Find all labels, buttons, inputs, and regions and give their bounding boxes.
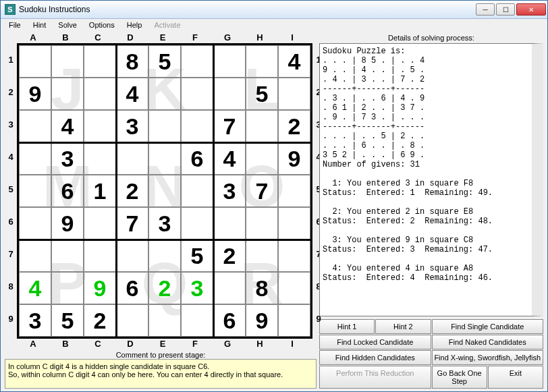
sudoku-cell[interactable] bbox=[213, 272, 246, 304]
sudoku-cell[interactable]: 3 bbox=[51, 142, 84, 175]
sudoku-cell[interactable]: 2 bbox=[148, 272, 181, 304]
sudoku-cell[interactable]: 8 bbox=[116, 45, 148, 78]
sudoku-cell[interactable] bbox=[148, 304, 181, 337]
find-single-button[interactable]: Find Single Candidate bbox=[432, 319, 544, 334]
hint2-button[interactable]: Hint 2 bbox=[375, 319, 431, 334]
sudoku-cell[interactable] bbox=[213, 78, 246, 110]
menu-activate[interactable]: Activate bbox=[148, 20, 186, 30]
titlebar[interactable]: S Sudoku Instructions ─ ☐ ✕ bbox=[1, 1, 547, 19]
sudoku-cell[interactable] bbox=[213, 45, 246, 78]
menu-options[interactable]: Options bbox=[84, 20, 120, 30]
sudoku-cell[interactable] bbox=[148, 240, 181, 272]
sudoku-cell[interactable]: 9 bbox=[84, 272, 116, 304]
sudoku-cell[interactable] bbox=[19, 142, 51, 175]
solving-log[interactable]: Sudoku Puzzle is: . . . | 8 5 . | . . 4 … bbox=[319, 43, 543, 316]
sudoku-cell[interactable]: 7 bbox=[116, 207, 148, 240]
sudoku-cell[interactable] bbox=[181, 110, 213, 142]
sudoku-cell[interactable] bbox=[51, 78, 84, 110]
sudoku-cell[interactable]: 5 bbox=[51, 304, 84, 337]
sudoku-cell[interactable] bbox=[84, 240, 116, 272]
sudoku-cell[interactable] bbox=[116, 304, 148, 337]
sudoku-cell[interactable]: 3 bbox=[19, 304, 51, 337]
sudoku-cell[interactable]: 4 bbox=[278, 45, 310, 78]
sudoku-cell[interactable]: 9 bbox=[246, 304, 278, 337]
menu-hint[interactable]: Hint bbox=[28, 20, 52, 30]
sudoku-cell[interactable]: 6 bbox=[116, 272, 148, 304]
sudoku-cell[interactable]: 6 bbox=[181, 142, 213, 175]
sudoku-cell[interactable] bbox=[246, 110, 278, 142]
sudoku-cell[interactable] bbox=[116, 142, 148, 175]
sudoku-cell[interactable]: 3 bbox=[116, 110, 148, 142]
sudoku-cell[interactable] bbox=[278, 78, 310, 110]
sudoku-cell[interactable] bbox=[278, 175, 310, 207]
perform-reduction-button[interactable]: Perform This Reduction bbox=[319, 366, 431, 389]
sudoku-cell[interactable]: 3 bbox=[213, 175, 246, 207]
sudoku-cell[interactable]: 2 bbox=[84, 304, 116, 337]
sudoku-cell[interactable] bbox=[148, 78, 181, 110]
sudoku-cell[interactable] bbox=[116, 240, 148, 272]
sudoku-cell[interactable]: 9 bbox=[19, 78, 51, 110]
sudoku-cell[interactable] bbox=[213, 207, 246, 240]
find-naked-button[interactable]: Find Naked Candidates bbox=[432, 335, 544, 349]
hint1-button[interactable]: Hint 1 bbox=[319, 319, 375, 334]
sudoku-cell[interactable]: 9 bbox=[278, 142, 310, 175]
find-hidden-button[interactable]: Find Hidden Candidates bbox=[319, 350, 431, 365]
sudoku-cell[interactable]: 9 bbox=[51, 207, 84, 240]
sudoku-cell[interactable] bbox=[19, 207, 51, 240]
sudoku-cell[interactable] bbox=[84, 207, 116, 240]
find-xwing-button[interactable]: Find X-wing, Swordfish, Jellyfish bbox=[432, 350, 544, 365]
sudoku-cell[interactable] bbox=[84, 45, 116, 78]
sudoku-cell[interactable]: 6 bbox=[51, 175, 84, 207]
menu-file[interactable]: File bbox=[3, 20, 26, 30]
sudoku-cell[interactable]: 2 bbox=[278, 110, 310, 142]
sudoku-cell[interactable]: 8 bbox=[246, 272, 278, 304]
sudoku-cell[interactable] bbox=[148, 142, 181, 175]
find-locked-button[interactable]: Find Locked Candidate bbox=[319, 335, 431, 349]
sudoku-cell[interactable] bbox=[278, 272, 310, 304]
sudoku-cell[interactable] bbox=[148, 175, 181, 207]
sudoku-cell[interactable]: 7 bbox=[213, 110, 246, 142]
menu-help[interactable]: Help bbox=[121, 20, 148, 30]
sudoku-cell[interactable] bbox=[19, 45, 51, 78]
sudoku-cell[interactable]: 5 bbox=[181, 240, 213, 272]
sudoku-cell[interactable] bbox=[19, 110, 51, 142]
sudoku-cell[interactable] bbox=[148, 110, 181, 142]
sudoku-cell[interactable]: 5 bbox=[148, 45, 181, 78]
sudoku-cell[interactable]: 4 bbox=[51, 110, 84, 142]
sudoku-cell[interactable] bbox=[84, 110, 116, 142]
sudoku-cell[interactable] bbox=[181, 175, 213, 207]
sudoku-cell[interactable] bbox=[278, 240, 310, 272]
sudoku-cell[interactable] bbox=[19, 175, 51, 207]
sudoku-cell[interactable] bbox=[84, 142, 116, 175]
sudoku-cell[interactable] bbox=[51, 240, 84, 272]
sudoku-cell[interactable]: 3 bbox=[148, 207, 181, 240]
sudoku-cell[interactable]: 4 bbox=[213, 142, 246, 175]
sudoku-cell[interactable] bbox=[181, 78, 213, 110]
sudoku-cell[interactable]: 7 bbox=[246, 175, 278, 207]
sudoku-cell[interactable] bbox=[181, 304, 213, 337]
sudoku-cell[interactable]: 4 bbox=[116, 78, 148, 110]
sudoku-cell[interactable] bbox=[278, 207, 310, 240]
exit-button[interactable]: Exit bbox=[488, 366, 543, 389]
sudoku-cell[interactable] bbox=[246, 240, 278, 272]
sudoku-cell[interactable] bbox=[51, 45, 84, 78]
sudoku-cell[interactable] bbox=[19, 240, 51, 272]
sudoku-cell[interactable] bbox=[278, 304, 310, 337]
sudoku-cell[interactable]: 3 bbox=[181, 272, 213, 304]
sudoku-cell[interactable]: 5 bbox=[246, 78, 278, 110]
close-button[interactable]: ✕ bbox=[516, 3, 546, 16]
sudoku-cell[interactable] bbox=[246, 45, 278, 78]
sudoku-cell[interactable] bbox=[181, 207, 213, 240]
sudoku-cell[interactable]: 1 bbox=[84, 175, 116, 207]
sudoku-cell[interactable]: 6 bbox=[213, 304, 246, 337]
sudoku-cell[interactable] bbox=[181, 45, 213, 78]
sudoku-cell[interactable] bbox=[51, 272, 84, 304]
go-back-button[interactable]: Go Back One Step bbox=[432, 366, 487, 389]
minimize-button[interactable]: ─ bbox=[476, 3, 495, 16]
maximize-button[interactable]: ☐ bbox=[496, 3, 515, 16]
sudoku-cell[interactable] bbox=[246, 207, 278, 240]
sudoku-cell[interactable] bbox=[246, 142, 278, 175]
sudoku-cell[interactable]: 2 bbox=[116, 175, 148, 207]
sudoku-cell[interactable] bbox=[84, 78, 116, 110]
sudoku-cell[interactable]: 4 bbox=[19, 272, 51, 304]
